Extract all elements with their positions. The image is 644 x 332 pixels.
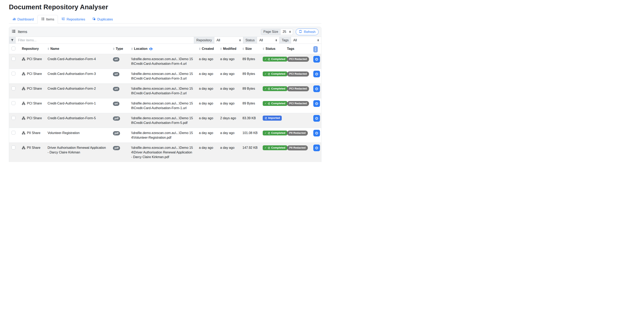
row-actions-button[interactable]: ⚙	[313, 86, 320, 92]
tab-duplicates[interactable]: Duplicates	[89, 15, 116, 24]
table-row: PCI Share Credit-Card-Authorisation-Form…	[9, 69, 322, 84]
refresh-button[interactable]: Refresh	[296, 28, 318, 35]
column-header-modified[interactable]: Modified	[218, 44, 240, 54]
sitemap-icon	[22, 131, 25, 134]
row-actions-button[interactable]: ⚙	[313, 71, 320, 77]
column-header-location[interactable]: Location	[129, 44, 196, 54]
gear-icon: ⚙	[315, 87, 318, 91]
item-name: Driver Authorisation Renewal Application…	[45, 143, 110, 162]
tab-dashboard[interactable]: Dashboard	[9, 15, 38, 24]
table-row: PCI Share Credit-Card-Authorisation-Form…	[9, 113, 322, 128]
status-label: Imported	[268, 116, 280, 120]
status-filter-select[interactable]: All	[257, 37, 279, 44]
row-checkbox[interactable]	[12, 57, 16, 61]
row-checkbox[interactable]	[12, 146, 16, 150]
file-import-icon	[268, 102, 270, 105]
type-badge: pdf	[113, 131, 120, 136]
status-label: Completed	[271, 87, 285, 90]
tag-badge: PII Redacted	[287, 130, 308, 136]
column-header-status[interactable]: Status	[260, 44, 284, 54]
item-location: \\drafile.demo.ezescan.com.au\...\Demo 1…	[129, 54, 196, 69]
select-all-checkbox[interactable]	[12, 46, 16, 50]
status-badge: ✓ Completed	[263, 130, 287, 136]
status-filter-value: All	[259, 38, 263, 42]
tab-label: Duplicates	[97, 18, 113, 21]
item-created: a day ago	[196, 128, 218, 143]
check-icon: ✓	[264, 88, 266, 90]
table-row: PII Share Driver Authorisation Renewal A…	[9, 143, 322, 162]
sort-arrows-icon	[199, 48, 200, 50]
row-checkbox[interactable]	[12, 86, 16, 90]
item-modified: a day ago	[218, 84, 240, 98]
row-checkbox[interactable]	[12, 101, 16, 105]
item-created: a day ago	[196, 143, 218, 162]
item-modified: a day ago	[218, 69, 240, 84]
repository-name: PCI Share	[27, 101, 42, 106]
bar-chart-icon	[12, 18, 16, 22]
row-checkbox[interactable]	[12, 131, 16, 134]
item-name: Credit-Card-Authorisation-Form-5	[45, 113, 110, 128]
sort-arrows-icon	[131, 48, 133, 50]
sitemap-icon	[22, 87, 25, 90]
page-size-select[interactable]: 25	[280, 29, 293, 35]
repository-name: PCI Share	[27, 116, 42, 120]
column-header-type[interactable]: Type	[110, 44, 129, 54]
item-created: a day ago	[196, 69, 218, 84]
tags-filter-select[interactable]: All	[291, 37, 321, 44]
item-size: 89 Bytes	[240, 69, 260, 84]
table-row: PCI Share Credit-Card-Authorisation-Form…	[9, 84, 322, 98]
status-label: Completed	[271, 146, 285, 150]
header-controls: Page Size 25 Refresh	[261, 28, 318, 35]
type-badge: url	[113, 72, 120, 76]
sort-arrows-icon	[242, 48, 244, 50]
repository-name: PCI Share	[27, 57, 42, 61]
file-import-icon	[268, 132, 270, 134]
tab-label: Items	[46, 18, 54, 21]
items-table-body: PCI Share Credit-Card-Authorisation-Form…	[9, 54, 322, 162]
gear-icon: ⚙	[315, 131, 318, 135]
table-row: PCI Share Credit-Card-Authorisation-Form…	[9, 98, 322, 113]
card-title: Items	[12, 29, 27, 34]
tab-repositories[interactable]: Repositories	[58, 15, 89, 24]
type-badge: pdf	[113, 146, 120, 150]
row-actions-button[interactable]: ⚙	[313, 100, 320, 107]
row-actions-button[interactable]: ⚙	[313, 56, 320, 62]
tab-label: Dashboard	[18, 18, 34, 21]
copy-icon	[92, 17, 96, 22]
check-icon: ✓	[264, 58, 266, 60]
gear-icon: ⚙	[315, 72, 318, 76]
column-header-repository: Repository	[20, 44, 45, 54]
sitemap-icon	[22, 146, 25, 150]
column-header-name[interactable]: Name	[45, 44, 110, 54]
status-label: Completed	[271, 58, 285, 61]
status-badge: ✓ Imported	[263, 116, 282, 121]
tags-cell: PCI Redacted	[284, 84, 311, 98]
filter-items-input[interactable]	[16, 37, 194, 44]
tags-cell: PCI Redacted	[284, 98, 311, 113]
row-checkbox[interactable]	[12, 116, 16, 120]
type-badge: url	[113, 57, 120, 62]
item-size: 101.08 KB	[240, 128, 260, 143]
column-header-size[interactable]: Size	[240, 44, 260, 54]
column-header-created[interactable]: Created	[196, 44, 218, 54]
page-size-value: 25	[282, 30, 286, 34]
row-actions-button[interactable]: ⚙	[313, 115, 320, 122]
table-menu-button[interactable]	[313, 46, 318, 52]
tags-filter-value: All	[293, 38, 297, 42]
status-filter-label: Status	[243, 37, 257, 44]
status-label: Completed	[271, 72, 285, 76]
row-actions-button[interactable]: ⚙	[313, 130, 320, 136]
row-checkbox[interactable]	[12, 72, 16, 76]
page-title: Document Repository Analyser	[9, 3, 322, 11]
type-badge: url	[113, 87, 120, 91]
repository-filter-select[interactable]: All	[214, 37, 243, 44]
item-location: \\drafile.demo.ezescan.com.au\...\Demo 1…	[129, 69, 196, 84]
card-title-label: Items	[18, 30, 27, 34]
item-name: Credit-Card-Authorisation-Form-4	[45, 54, 110, 69]
page: Document Repository Analyser Dashboard I…	[9, 3, 322, 162]
row-actions-button[interactable]: ⚙	[313, 144, 320, 151]
tab-items[interactable]: Items	[38, 15, 58, 24]
item-location: \\drafile.demo.ezescan.com.au\...\Demo 1…	[129, 113, 196, 128]
refresh-icon	[299, 30, 302, 34]
tag-badge: PII Redacted	[287, 145, 308, 150]
